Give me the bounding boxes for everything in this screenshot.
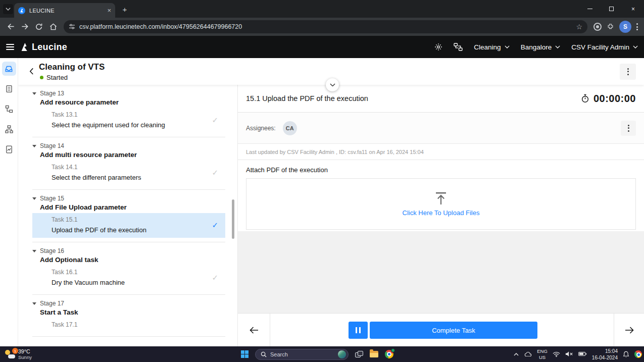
stage-14: Stage 14 Add multi resource parameter Ta… (32, 137, 225, 190)
bookmark-star-icon[interactable]: ☆ (576, 23, 582, 31)
page-overflow-menu-button[interactable] (620, 64, 636, 80)
stage-collapse-icon (32, 302, 36, 305)
stage-collapse-icon (32, 250, 36, 252)
window-close-button[interactable]: × (622, 0, 644, 18)
stage-name: Add File Upload parameter (40, 203, 225, 211)
attach-parameter-label: Attach PDF of the execution (246, 166, 636, 174)
search-highlight-icon[interactable] (338, 350, 346, 358)
use-case-dropdown[interactable]: Cleaning (474, 43, 509, 51)
task-id: Task 17.1 (52, 321, 77, 328)
browser-navbar: csv.platform.leucinetech.com/inbox/47956… (0, 18, 644, 36)
clock-widget[interactable]: 15:04 16-04-2024 (592, 348, 618, 361)
chevron-down-icon (633, 45, 638, 48)
new-tab-button[interactable]: + (120, 5, 129, 14)
task-item-13-1[interactable]: Task 13.1 Select the equipment used for … (32, 108, 225, 133)
camera-icon[interactable] (593, 23, 602, 31)
hidden-icons-chevron-icon[interactable] (514, 353, 519, 356)
role-dropdown[interactable]: CSV Facility Admin (571, 43, 638, 51)
sidebar-rail (0, 58, 18, 346)
task-item-15-1-selected[interactable]: Task 15.1 Upload the PDF of the executio… (32, 213, 225, 238)
report-icon (5, 145, 13, 153)
hamburger-menu-icon[interactable] (6, 44, 14, 50)
stage-label: Stage 17 (40, 300, 64, 307)
sidebar-item-jobs[interactable] (2, 102, 16, 116)
onedrive-cloud-icon[interactable] (524, 352, 532, 357)
battery-icon[interactable] (578, 352, 587, 356)
facility-dropdown[interactable]: Bangalore (521, 43, 561, 51)
weather-widget[interactable]: 1 39°C Sunny (2, 347, 35, 361)
file-explorer-icon[interactable] (370, 351, 378, 357)
next-task-arrow-button[interactable] (614, 314, 644, 346)
file-upload-dropzone[interactable]: Click Here To Upload Files (246, 178, 636, 230)
task-footer-bar: Complete Task (238, 313, 644, 346)
wifi-icon[interactable] (553, 351, 560, 357)
window-controls: × (579, 0, 644, 18)
tab-search-chevron-icon[interactable] (3, 4, 13, 14)
window-minimize-button[interactable] (579, 0, 601, 18)
task-timer: 00:00:00 (581, 93, 636, 105)
panel-background-filler (238, 231, 644, 313)
stage-17-header[interactable]: Stage 17 (32, 300, 225, 307)
language-indicator[interactable]: ENG US (537, 348, 548, 360)
view-switcher-icon[interactable] (454, 43, 463, 51)
task-detail-panel: 15.1 Upload the PDF of the execution 00:… (238, 85, 644, 346)
settings-gear-icon[interactable] (434, 43, 442, 51)
chrome-tray-icon[interactable] (634, 350, 642, 358)
complete-task-button[interactable]: Complete Task (370, 322, 537, 339)
task-view-icon[interactable] (355, 351, 363, 358)
back-arrow-icon[interactable] (4, 20, 17, 33)
previous-task-arrow-button[interactable] (238, 314, 270, 346)
stage-13: Stage 13 Add resource parameter Task 13.… (32, 85, 225, 137)
browser-tab[interactable]: LEUCINE × (14, 3, 115, 18)
taskbar-system-tray: ENG US 15:04 16-04-2024 (514, 346, 642, 362)
collapse-panel-chevron-button[interactable] (326, 78, 339, 91)
stage-name: Add multi resource parameter (40, 151, 225, 159)
sidebar-item-hierarchy[interactable] (2, 122, 16, 136)
stage-13-header[interactable]: Stage 13 (32, 90, 225, 97)
task-text: Task 17.1 (52, 321, 77, 328)
sidebar-item-inbox[interactable] (2, 62, 16, 76)
sidebar-item-checklists[interactable] (2, 82, 16, 96)
taskbar-search-box[interactable]: Search (255, 349, 349, 360)
start-button[interactable] (241, 350, 249, 358)
url-bar[interactable]: csv.platform.leucinetech.com/inbox/47956… (64, 20, 587, 33)
last-updated-text: Last updated by CSV Facility Admin , ID:… (246, 149, 424, 155)
role-label: CSV Facility Admin (571, 43, 629, 51)
task-item-16-1[interactable]: Task 16.1 Dry the Vacuum machine ✓ (32, 266, 225, 290)
language-line2: US (537, 354, 548, 360)
stage-14-header[interactable]: Stage 14 (32, 142, 225, 149)
process-flow-icon (5, 105, 13, 113)
task-complete-check-icon: ✓ (212, 116, 218, 125)
task-overflow-menu-button[interactable] (621, 121, 636, 136)
task-name: Select the different parameters (52, 174, 141, 181)
stage-15-header[interactable]: Stage 15 (32, 195, 225, 202)
page-title-block: Cleaning of VTS Started (39, 62, 105, 81)
task-item-14-1[interactable]: Task 14.1 Select the different parameter… (32, 161, 225, 185)
brand: Leucine (20, 42, 67, 53)
notification-bell-icon[interactable] (623, 351, 629, 358)
reload-icon[interactable] (32, 20, 45, 33)
stage-16-header[interactable]: Stage 16 (32, 247, 225, 254)
attach-section: Attach PDF of the execution Click Here T… (238, 160, 644, 230)
home-icon[interactable] (46, 20, 60, 33)
site-info-icon[interactable] (69, 24, 75, 29)
extensions-puzzle-icon[interactable] (607, 23, 614, 31)
stage-collapse-icon (32, 145, 36, 147)
task-item-17-1[interactable]: Task 17.1 (32, 318, 225, 332)
pause-task-button[interactable] (349, 322, 368, 339)
assignee-avatar: CA (283, 121, 297, 135)
chrome-taskbar-icon[interactable] (385, 350, 393, 358)
stages-panel-scrollbar[interactable] (232, 199, 234, 239)
volume-muted-icon[interactable] (565, 351, 573, 357)
tab-close-icon[interactable]: × (107, 7, 111, 14)
browser-profile-avatar[interactable]: S (619, 21, 631, 33)
stage-17: Stage 17 Start a Task Task 17.1 (32, 295, 225, 337)
upload-files-link[interactable]: Click Here To Upload Files (403, 209, 480, 217)
sidebar-item-reports[interactable] (2, 142, 16, 157)
forward-arrow-icon[interactable] (18, 20, 31, 33)
browser-menu-icon[interactable] (636, 23, 638, 30)
assignees-row: Assignees: CA (238, 113, 644, 144)
stage-label: Stage 15 (40, 195, 64, 202)
window-maximize-button[interactable] (601, 0, 622, 18)
back-chevron-icon[interactable] (29, 68, 34, 75)
